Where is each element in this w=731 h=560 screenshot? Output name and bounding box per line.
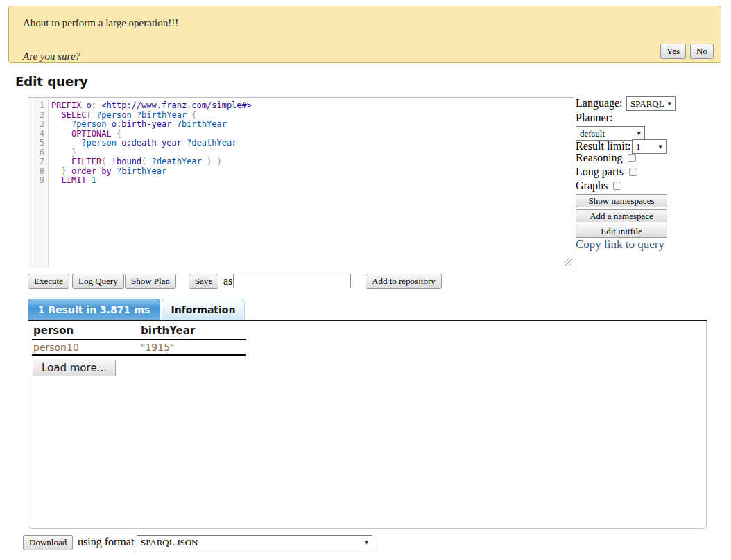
show-plan-button[interactable]: Show Plan — [125, 274, 176, 289]
line-number: 2 — [28, 111, 48, 121]
line-number: 8 — [28, 167, 48, 177]
code-token: LIMIT — [61, 175, 86, 185]
graphs-label: Graphs — [576, 180, 608, 192]
code-token — [171, 119, 176, 129]
cell-person[interactable]: person10 — [32, 340, 139, 355]
code-token: <http://www.franz.com/simple#> — [101, 100, 252, 110]
large-operation-banner: About to perform a large operation!!! Ar… — [8, 6, 721, 63]
edit-initfile-button[interactable]: Edit initfile — [576, 225, 667, 238]
code-token: ?birthYear — [117, 166, 166, 176]
planner-label: Planner: — [576, 112, 612, 124]
sparql-query-page: About to perform a large operation!!! Ar… — [0, 0, 731, 560]
tab-information[interactable]: Information — [162, 299, 245, 320]
code-token — [51, 129, 71, 139]
banner-message: About to perform a large operation!!! — [23, 17, 178, 29]
code-token — [146, 157, 151, 166]
code-token — [106, 119, 111, 129]
language-select[interactable]: SPARQL ▼ — [626, 96, 676, 111]
code-token — [92, 110, 96, 120]
query-editor[interactable]: 123456789 PREFIX o: <http://www.franz.co… — [28, 97, 574, 268]
code-line: PREFIX o: <http://www.franz.com/simple#> — [51, 101, 574, 111]
results-panel: person birthYear person10 "1915" Load mo… — [28, 321, 707, 529]
download-format-select[interactable]: SPARQL JSON ▼ — [137, 535, 372, 550]
code-token — [132, 110, 137, 120]
result-limit-label: Result limit: — [576, 140, 631, 152]
language-select-value: SPARQL — [630, 98, 664, 110]
reasoning-label: Reasoning — [576, 152, 623, 164]
code-token: o: — [87, 100, 96, 110]
results-table: person birthYear person10 "1915" — [32, 322, 246, 356]
reasoning-checkbox[interactable] — [628, 154, 636, 162]
yes-button[interactable]: Yes — [660, 44, 686, 59]
code-token: by — [101, 166, 111, 176]
code-token: ?person — [96, 110, 132, 120]
load-more-button[interactable]: Load more... — [33, 360, 116, 376]
dropdown-arrow-icon: ▼ — [365, 540, 368, 545]
show-namespaces-button[interactable]: Show namespaces — [576, 194, 667, 207]
code-line: OPTIONAL { — [51, 130, 574, 139]
code-token — [51, 119, 71, 129]
column-header-birthyear[interactable]: birthYear — [139, 322, 246, 340]
line-number: 5 — [28, 139, 48, 148]
code-line: } — [51, 148, 574, 158]
resize-handle-icon[interactable] — [565, 259, 572, 266]
code-token: ( — [101, 157, 106, 166]
language-label: Language: — [576, 97, 623, 110]
editor-code[interactable]: PREFIX o: <http://www.franz.com/simple#>… — [49, 98, 574, 268]
column-header-person[interactable]: person — [32, 322, 139, 340]
code-token: { — [191, 110, 196, 120]
code-token — [51, 157, 71, 166]
code-token — [87, 175, 92, 185]
code-token: 1 — [92, 175, 96, 185]
code-token: o:birth-year — [112, 119, 172, 129]
code-line: FILTER( !bound( ?deathYear ) ) — [51, 157, 574, 167]
add-to-repository-button[interactable]: Add to repository — [366, 274, 442, 289]
code-token: o:death-year — [121, 138, 182, 148]
execute-button[interactable]: Execute — [28, 274, 69, 289]
code-token: { — [117, 129, 121, 139]
tab-results-label: 1 Result in 3.871 ms — [38, 304, 150, 315]
code-line: } order by ?birthYear — [51, 167, 574, 177]
banner-question: Are you sure? — [23, 51, 80, 62]
code-token — [51, 138, 81, 148]
using-format-label: using format — [78, 536, 134, 548]
result-limit-select-value: 1 — [636, 141, 641, 152]
log-query-button[interactable]: Log Query — [72, 274, 124, 289]
code-token — [112, 166, 117, 176]
code-line: SELECT ?person ?birthYear { — [51, 111, 574, 121]
code-token — [67, 166, 71, 176]
code-token: SELECT — [61, 110, 91, 120]
line-number: 4 — [28, 130, 48, 139]
long-parts-checkbox[interactable] — [629, 168, 637, 176]
code-token — [51, 148, 71, 157]
table-row: person10 "1915" — [32, 340, 246, 355]
save-name-input[interactable] — [233, 274, 351, 288]
code-token — [107, 157, 112, 166]
download-button[interactable]: Download — [23, 535, 73, 550]
table-header-row: person birthYear — [32, 322, 246, 340]
code-token: ?deathYear — [152, 157, 202, 166]
code-token: ?deathYear — [187, 138, 237, 148]
download-format-value: SPARQL JSON — [141, 537, 198, 548]
no-button[interactable]: No — [690, 44, 714, 59]
dropdown-arrow-icon: ▼ — [668, 101, 671, 107]
add-namespace-button[interactable]: Add a namespace — [576, 209, 667, 222]
graphs-checkbox[interactable] — [613, 182, 621, 190]
code-token: ?birthYear — [177, 119, 227, 129]
planner-select[interactable]: default ▼ — [576, 126, 645, 141]
save-as-label: as — [223, 275, 232, 288]
copy-link-to-query-link[interactable]: Copy link to query — [576, 238, 664, 252]
line-number: 9 — [28, 176, 48, 186]
tab-results[interactable]: 1 Result in 3.871 ms — [28, 299, 160, 320]
code-token: !bound — [112, 157, 141, 166]
code-token — [212, 157, 216, 166]
cell-birthyear: "1915" — [139, 340, 246, 355]
code-token — [202, 157, 207, 166]
tab-information-label: Information — [171, 304, 236, 315]
long-parts-label: Long parts — [576, 166, 624, 178]
save-button[interactable]: Save — [189, 274, 218, 289]
code-token: ) — [217, 157, 222, 166]
dropdown-arrow-icon: ▼ — [659, 144, 662, 150]
code-token: } — [71, 148, 76, 157]
result-limit-select[interactable]: 1 ▼ — [632, 139, 666, 154]
